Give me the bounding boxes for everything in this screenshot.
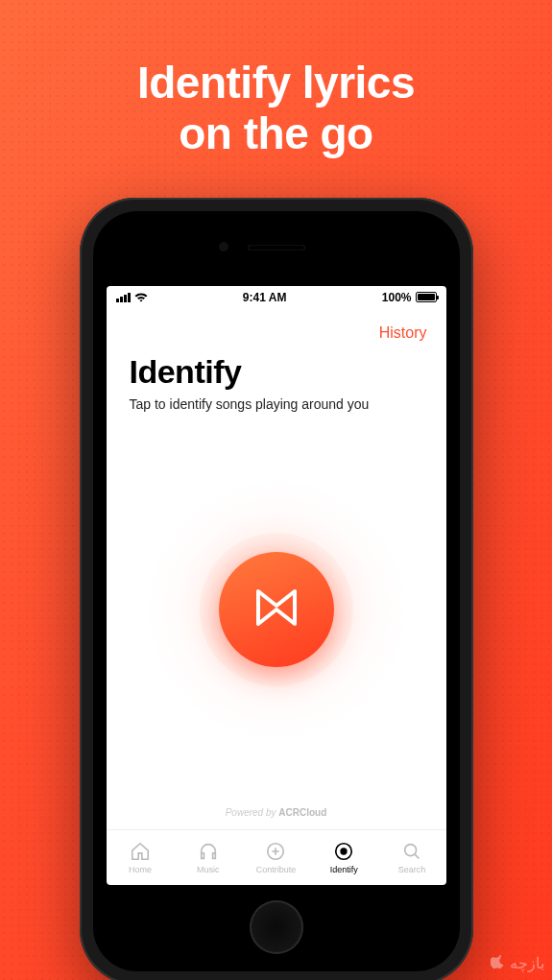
tab-home[interactable]: Home bbox=[107, 830, 175, 885]
page-title: Identify bbox=[130, 353, 423, 391]
phone-camera bbox=[219, 242, 228, 251]
status-bar: 9:41 AM 100% bbox=[107, 286, 446, 309]
plus-circle-icon bbox=[265, 841, 286, 862]
powered-brand: ACRCloud bbox=[278, 807, 326, 818]
powered-by: Powered by ACRCloud bbox=[107, 807, 446, 829]
tab-bar: Home Music Contribute Identify bbox=[107, 829, 446, 885]
identify-area bbox=[107, 412, 446, 807]
signal-icon bbox=[116, 293, 131, 302]
headline-line-2: on the go bbox=[0, 108, 552, 159]
home-icon bbox=[130, 841, 151, 862]
svg-point-3 bbox=[405, 844, 417, 855]
headphones-icon bbox=[198, 841, 219, 862]
powered-prefix: Powered by bbox=[226, 807, 279, 818]
page-subtitle: Tap to identify songs playing around you bbox=[130, 396, 423, 412]
tab-label: Identify bbox=[330, 865, 358, 874]
headline-line-1: Identify lyrics bbox=[0, 58, 552, 108]
tab-contribute[interactable]: Contribute bbox=[242, 830, 310, 885]
tab-label: Home bbox=[129, 865, 152, 874]
status-right: 100% bbox=[382, 291, 437, 304]
battery-percent: 100% bbox=[382, 291, 412, 304]
phone-speaker bbox=[248, 245, 305, 251]
tab-label: Music bbox=[197, 865, 220, 874]
wifi-icon bbox=[134, 293, 148, 302]
app-screen: 9:41 AM 100% History Identify Tap to ide… bbox=[107, 286, 446, 885]
apple-icon bbox=[491, 955, 506, 972]
status-left bbox=[116, 293, 148, 302]
marketing-background: Identify lyrics on the go 9:41 AM 100% bbox=[0, 0, 552, 980]
history-link[interactable]: History bbox=[379, 324, 427, 341]
phone-frame: 9:41 AM 100% History Identify Tap to ide… bbox=[80, 198, 473, 980]
search-icon bbox=[401, 841, 422, 862]
marketing-headline: Identify lyrics on the go bbox=[0, 58, 552, 159]
target-icon bbox=[333, 841, 354, 862]
tab-label: Search bbox=[398, 865, 426, 874]
musixmatch-logo-icon bbox=[251, 582, 302, 637]
phone-inner: 9:41 AM 100% History Identify Tap to ide… bbox=[93, 211, 460, 971]
title-section: Identify Tap to identify songs playing a… bbox=[107, 349, 446, 412]
screen-header: History bbox=[107, 309, 446, 349]
tab-label: Contribute bbox=[256, 865, 297, 874]
tab-music[interactable]: Music bbox=[174, 830, 242, 885]
identify-button[interactable] bbox=[219, 552, 334, 667]
status-time: 9:41 AM bbox=[243, 291, 287, 304]
svg-point-2 bbox=[341, 848, 348, 854]
watermark-text: بازچه bbox=[510, 954, 544, 972]
tab-identify[interactable]: Identify bbox=[310, 830, 378, 885]
home-button[interactable] bbox=[250, 900, 303, 954]
battery-icon bbox=[416, 292, 437, 302]
tab-search[interactable]: Search bbox=[378, 830, 446, 885]
watermark: بازچه bbox=[491, 954, 544, 972]
